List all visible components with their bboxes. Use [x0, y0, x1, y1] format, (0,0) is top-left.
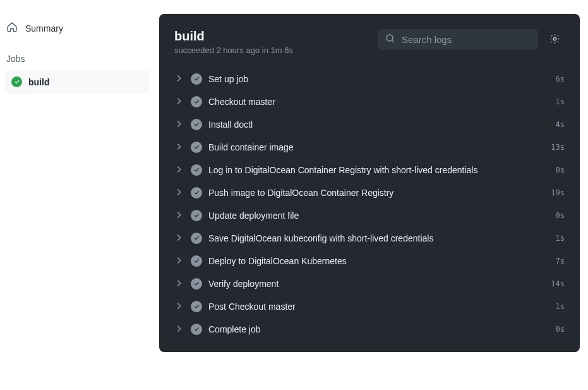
step-name: Install doctl [208, 119, 253, 130]
step-name: Save DigitalOcean kubeconfig with short-… [208, 233, 433, 243]
step-name: Verify deployment [208, 279, 279, 289]
job-item[interactable]: build [5, 70, 149, 94]
steps-list: Set up job6sCheckout master1sInstall doc… [159, 60, 580, 352]
step-duration: 6s [556, 75, 565, 83]
chevron-right-icon [174, 165, 184, 175]
chevron-right-icon [174, 279, 184, 289]
chevron-right-icon [174, 97, 184, 107]
step-row[interactable]: Complete job0s [167, 318, 572, 341]
log-header: build succeeded 2 hours ago in 1m 6s [159, 14, 580, 60]
step-success-icon [191, 324, 202, 335]
step-duration: 14s [551, 279, 565, 288]
job-item-label: build [28, 77, 49, 87]
svg-point-0 [387, 35, 393, 41]
step-duration: 1s [556, 302, 565, 311]
step-success-icon [191, 301, 202, 312]
step-duration: 7s [556, 257, 565, 265]
jobs-header: Jobs [6, 54, 149, 64]
gear-icon [549, 34, 560, 46]
step-row[interactable]: Push image to DigitalOcean Container Reg… [167, 181, 572, 204]
chevron-right-icon [174, 142, 184, 152]
step-duration: 0s [556, 325, 565, 334]
step-duration: 19s [551, 188, 565, 197]
step-name: Checkout master [208, 97, 275, 107]
step-success-icon [191, 187, 202, 198]
step-duration: 0s [556, 166, 565, 174]
step-success-icon [191, 96, 202, 107]
step-success-icon [191, 278, 202, 289]
step-name: Post Checkout master [208, 302, 296, 312]
step-name: Set up job [208, 74, 248, 84]
step-duration: 13s [551, 143, 565, 152]
step-success-icon [191, 142, 202, 153]
step-name: Log in to DigitalOcean Container Registr… [208, 165, 477, 175]
log-panel: build succeeded 2 hours ago in 1m 6s [159, 14, 580, 352]
step-success-icon [191, 233, 202, 244]
step-row[interactable]: Post Checkout master1s [167, 295, 572, 318]
success-check-icon [11, 76, 22, 87]
chevron-right-icon [174, 74, 184, 84]
step-row[interactable]: Update deployment file0s [167, 204, 572, 227]
chevron-right-icon [174, 233, 184, 243]
jobs-list: build [5, 70, 149, 94]
step-success-icon [191, 164, 202, 176]
step-row[interactable]: Install doctl4s [167, 113, 572, 136]
step-duration: 1s [556, 234, 565, 243]
step-row[interactable]: Build container image13s [167, 136, 572, 159]
step-row[interactable]: Set up job6s [167, 68, 572, 90]
chevron-right-icon [174, 119, 184, 130]
step-name: Build container image [208, 142, 294, 152]
svg-point-1 [553, 37, 556, 40]
step-success-icon [191, 73, 202, 85]
chevron-right-icon [174, 210, 184, 221]
job-title: build [174, 29, 293, 44]
chevron-right-icon [174, 188, 184, 198]
home-icon [6, 21, 18, 35]
search-icon [385, 34, 395, 46]
step-name: Push image to DigitalOcean Container Reg… [208, 188, 393, 198]
step-name: Deploy to DigitalOcean Kubernetes [208, 256, 347, 266]
chevron-right-icon [174, 324, 184, 334]
step-duration: 0s [556, 211, 565, 220]
step-row[interactable]: Log in to DigitalOcean Container Registr… [167, 159, 572, 181]
chevron-right-icon [174, 302, 184, 312]
summary-label: Summary [25, 23, 63, 34]
step-duration: 4s [556, 120, 565, 129]
step-duration: 1s [556, 97, 565, 106]
summary-link[interactable]: Summary [5, 18, 149, 39]
step-success-icon [191, 255, 202, 267]
step-row[interactable]: Save DigitalOcean kubeconfig with short-… [167, 227, 572, 250]
sidebar: Summary Jobs build [0, 0, 159, 357]
step-success-icon [191, 210, 202, 221]
job-subtitle: succeeded 2 hours ago in 1m 6s [174, 46, 293, 55]
step-row[interactable]: Deploy to DigitalOcean Kubernetes7s [167, 250, 572, 272]
step-name: Update deployment file [208, 210, 299, 221]
step-name: Complete job [208, 324, 261, 334]
search-input-wrapper[interactable] [378, 29, 538, 50]
step-row[interactable]: Verify deployment14s [167, 272, 572, 295]
settings-button[interactable] [544, 30, 565, 50]
search-input[interactable] [402, 34, 531, 45]
step-success-icon [191, 119, 202, 130]
step-row[interactable]: Checkout master1s [167, 90, 572, 113]
chevron-right-icon [174, 256, 184, 266]
